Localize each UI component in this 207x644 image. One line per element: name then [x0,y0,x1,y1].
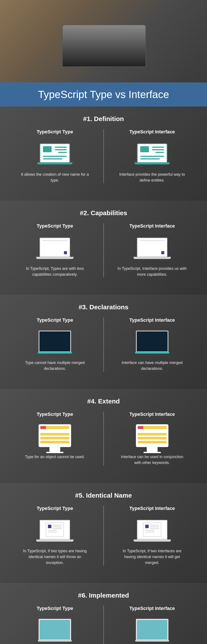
comparison-section: #5. Identical NameTypeScript TypeIn Type… [0,483,207,583]
left-title: TypeScript Type [13,317,97,323]
right-description: Interface can be used in conjunction wit… [117,454,187,466]
monitor-icon [39,619,71,640]
monitor-icon [39,424,71,447]
left-title: TypeScript Type [13,606,97,611]
section-heading: #6. Implemented [6,592,201,599]
comparison-section: #1. DefinitionTypeScript TypeIt allows t… [0,106,207,201]
right-title: TypeScript Interface [110,317,194,323]
monitor-icon [136,424,168,447]
right-title: TypeScript Interface [110,412,194,417]
right-column: TypeScript InterfaceIn TypeScript, if tw… [104,506,201,566]
laptop-icon [40,144,70,163]
left-description: Type for an object cannot be used. [20,454,90,460]
left-column: TypeScript TypeIn TypeScript, if two typ… [6,506,104,566]
left-title: TypeScript Type [13,223,97,229]
right-description: Interface provides the powerful way to d… [117,172,187,183]
left-title: TypeScript Type [13,129,97,135]
left-description: In TypeScript, if two types are having i… [20,548,90,566]
monitor-icon [136,330,168,352]
hero-image [0,0,207,82]
left-column: TypeScript TypeType cannot have multiple… [6,317,104,372]
right-description: Interface can have multiple merged decla… [117,360,187,372]
section-heading: #4. Extend [6,398,201,405]
section-heading: #3. Declarations [6,304,201,311]
section-heading: #1. Definition [6,115,201,122]
right-title: TypeScript Interface [110,223,194,229]
laptop-icon [40,238,70,257]
left-column: TypeScript TypeIn TypeScript, Types are … [6,223,104,278]
page-title: TypeScript Type vs Interface [0,82,207,106]
right-column: TypeScript InterfaceIn TypeScript, Inter… [104,223,201,278]
left-title: TypeScript Type [13,506,97,511]
right-column: TypeScript InterfaceInterface can be use… [104,412,201,466]
section-heading: #5. Identical Name [6,492,201,499]
right-column: TypeScript InterfaceInterface can have m… [104,317,201,372]
laptop-icon [40,520,70,540]
laptop-icon [137,238,167,257]
left-description: It allows the creation of new name for a… [20,172,90,183]
section-heading: #2. Capabilities [6,209,201,217]
right-description: In TypeScript, Interface provides us wit… [117,266,187,278]
laptop-icon [137,520,167,540]
comparison-section: #2. CapabilitiesTypeScript TypeIn TypeSc… [0,201,207,295]
left-description: Type cannot have multiple merged declara… [20,360,90,372]
monitor-icon [39,330,71,352]
right-column: TypeScript InterfaceInterface provides t… [104,129,201,183]
comparison-section: #3. DeclarationsTypeScript TypeType cann… [0,295,207,389]
monitor-icon [136,619,168,640]
left-column: TypeScript TypeType cannot be implemente… [6,606,104,644]
comparison-section: #6. ImplementedTypeScript TypeType canno… [0,583,207,644]
right-column: TypeScript InterfaceInterface members ar… [104,606,201,644]
left-column: TypeScript TypeIt allows the creation of… [6,129,104,183]
right-title: TypeScript Interface [110,506,194,511]
right-description: In TypeScript, if two interfaces are hav… [117,548,187,566]
left-description: In TypeScript, Types are with less capab… [20,266,90,278]
right-title: TypeScript Interface [110,606,194,611]
left-column: TypeScript TypeType for an object cannot… [6,412,104,466]
comparison-section: #4. ExtendTypeScript TypeType for an obj… [0,389,207,483]
left-title: TypeScript Type [13,412,97,417]
right-title: TypeScript Interface [110,129,194,135]
laptop-icon [137,144,167,163]
